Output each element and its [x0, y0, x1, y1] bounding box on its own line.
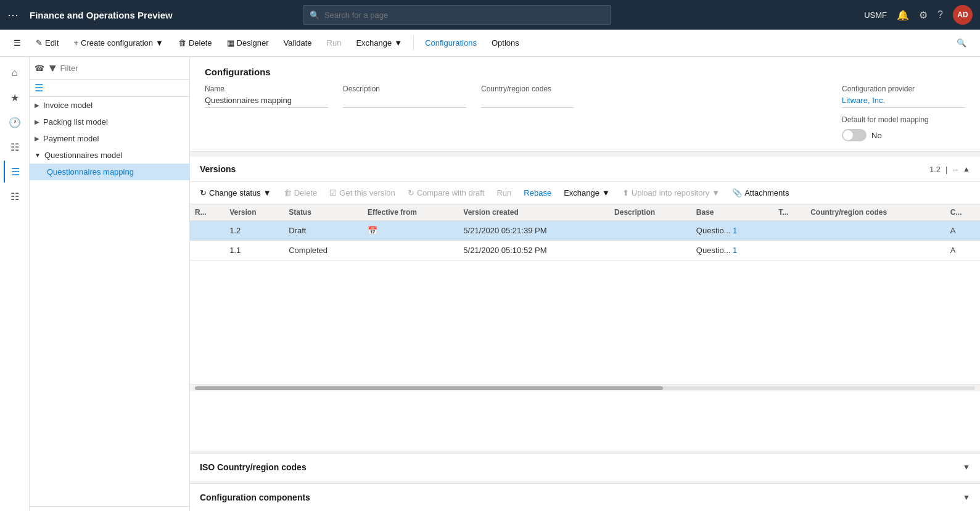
chevron-down-icon: ▼: [155, 38, 163, 48]
search-command-icon[interactable]: 🔍: [950, 35, 973, 51]
help-icon[interactable]: ?: [937, 9, 943, 20]
tree-item-invoice-model[interactable]: ▶ Invoice model: [30, 97, 189, 114]
refresh-icon: ↻: [200, 188, 207, 197]
versions-table: R... Version Status Effective from Versi…: [190, 204, 980, 260]
sidebar-home-icon[interactable]: ⌂: [4, 62, 26, 84]
config-components-header[interactable]: Configuration components ▼: [190, 484, 980, 511]
attachments-button[interactable]: 📎 Attachments: [727, 186, 794, 200]
col-base: Base: [691, 204, 774, 221]
cell-t: [773, 241, 805, 260]
cell-version-created: 5/21/2020 05:21:39 PM: [458, 221, 609, 241]
upload-icon: ⬆: [622, 188, 629, 197]
config-country-field: Country/region codes: [481, 85, 574, 141]
search-icon: 🔍: [957, 38, 966, 48]
default-mapping-toggle[interactable]: [842, 129, 867, 141]
config-country-value[interactable]: [481, 96, 574, 108]
chevron-down-icon: ▼: [602, 188, 610, 197]
sidebar-recent-icon[interactable]: 🕐: [4, 111, 26, 133]
edit-icon: ✎: [36, 38, 43, 48]
base-link[interactable]: 1: [733, 226, 737, 235]
change-status-button[interactable]: ↻ Change status ▼: [195, 186, 276, 200]
validate-button[interactable]: Validate: [278, 35, 318, 51]
tree-item-payment-model[interactable]: ▶ Payment model: [30, 130, 189, 147]
config-provider-value[interactable]: Litware, Inc.: [842, 96, 965, 108]
chevron-down-icon: ▼: [35, 152, 41, 159]
calendar-icon[interactable]: 📅: [368, 226, 377, 235]
horizontal-scrollbar[interactable]: [190, 384, 980, 391]
versions-delete-button[interactable]: 🗑 Delete: [279, 186, 323, 200]
tree-collapse-icon[interactable]: ☰: [35, 82, 43, 94]
rebase-button[interactable]: Rebase: [519, 186, 556, 200]
search-box[interactable]: 🔍: [303, 5, 611, 25]
iso-country-title: ISO Country/region codes: [200, 462, 307, 472]
col-r: R...: [190, 204, 224, 221]
search-input[interactable]: [324, 10, 604, 20]
attachment-icon: 📎: [732, 188, 742, 197]
table-row[interactable]: 1.1 Completed 5/21/2020 05:10:52 PM Ques…: [190, 241, 980, 260]
hamburger-button[interactable]: ☰: [7, 35, 27, 51]
run-version-button[interactable]: Run: [492, 186, 516, 200]
username: USMF: [864, 10, 887, 20]
config-fields: Name Questionnaires mapping Description …: [205, 85, 965, 141]
sidebar-list-icon[interactable]: ☰: [4, 160, 26, 183]
create-configuration-button[interactable]: + Create configuration ▼: [67, 35, 170, 51]
compare-with-draft-button[interactable]: ↻ Compare with draft: [403, 186, 490, 200]
main-area: ⌂ ★ 🕐 ☷ ☰ ☷ ☎ ⯆ ☰ ▶ Invoice model ▶ Pack…: [0, 57, 980, 511]
cell-country: [805, 221, 945, 241]
tree-item-packing-list-model[interactable]: ▶ Packing list model: [30, 114, 189, 130]
col-version-created: Version created: [458, 204, 609, 221]
version-number: 1.2: [929, 165, 941, 174]
tree-item-questionnaires-model[interactable]: ▼ Questionnaires model: [30, 147, 189, 164]
cell-base: Questio... 1: [691, 221, 774, 241]
get-version-icon: ☑: [329, 188, 337, 197]
cell-description: [609, 221, 691, 241]
delete-button[interactable]: 🗑 Delete: [172, 35, 218, 51]
exchange-button[interactable]: Exchange ▼: [350, 35, 408, 51]
version-separator: |: [945, 165, 947, 174]
designer-button[interactable]: ▦ Designer: [221, 35, 275, 51]
divider: [413, 36, 414, 51]
plus-icon: +: [73, 38, 78, 48]
table-empty-space: [190, 260, 980, 384]
upload-into-repository-button[interactable]: ⬆ Upload into repository ▼: [617, 186, 725, 200]
scrollbar-thumb[interactable]: [195, 386, 663, 390]
cell-t: [773, 221, 805, 241]
configurations-button[interactable]: Configurations: [419, 35, 483, 51]
tree-filter-input[interactable]: [60, 64, 184, 73]
versions-toolbar: ↻ Change status ▼ 🗑 Delete ☑ Get this ve…: [190, 182, 980, 204]
versions-header: Versions 1.2 | -- ▲: [190, 157, 980, 182]
cell-version-created: 5/21/2020 05:10:52 PM: [458, 241, 609, 260]
options-button[interactable]: Options: [485, 35, 525, 51]
sidebar-filter-icon[interactable]: ☷: [4, 185, 26, 207]
base-link[interactable]: 1: [733, 246, 737, 255]
edit-button[interactable]: ✎ Edit: [30, 35, 65, 51]
versions-table-header: R... Version Status Effective from Versi…: [190, 204, 980, 221]
filter-icon[interactable]: ☎: [35, 62, 45, 74]
apps-grid-icon[interactable]: ⋯: [7, 8, 19, 22]
sidebar-favorites-icon[interactable]: ★: [4, 86, 26, 109]
versions-collapse-icon[interactable]: ▲: [963, 165, 970, 173]
sidebar-dashboard-icon[interactable]: ☷: [4, 136, 26, 158]
settings-icon[interactable]: ⚙: [919, 9, 928, 21]
config-description-value[interactable]: [343, 96, 466, 108]
col-effective-from: Effective from: [363, 204, 458, 221]
tree-item-questionnaires-mapping[interactable]: Questionnaires mapping: [30, 164, 189, 180]
config-name-value[interactable]: Questionnaires mapping: [205, 96, 328, 108]
col-c: C...: [945, 204, 980, 221]
filter-funnel-icon: ⯆: [49, 64, 57, 73]
iso-country-header[interactable]: ISO Country/region codes ▼: [190, 454, 980, 481]
configurations-card: Configurations Name Questionnaires mappi…: [190, 57, 980, 152]
search-icon: 🔍: [310, 10, 319, 20]
config-components-section: Configuration components ▼: [190, 483, 980, 511]
tree-panel: ☎ ⯆ ☰ ▶ Invoice model ▶ Packing list mod…: [30, 57, 190, 511]
notification-icon[interactable]: 🔔: [897, 9, 909, 21]
run-button[interactable]: Run: [321, 35, 348, 51]
cell-base: Questio... 1: [691, 241, 774, 260]
version-dash[interactable]: --: [952, 165, 958, 174]
get-this-version-button[interactable]: ☑ Get this version: [324, 186, 400, 200]
exchange-version-button[interactable]: Exchange ▼: [559, 186, 615, 200]
tree-filter-bar: ☎ ⯆: [30, 57, 189, 80]
table-row[interactable]: 1.2 Draft 📅 5/21/2020 05:21:39 PM Questi…: [190, 221, 980, 241]
toggle-value: No: [871, 131, 882, 140]
avatar[interactable]: AD: [953, 5, 973, 25]
